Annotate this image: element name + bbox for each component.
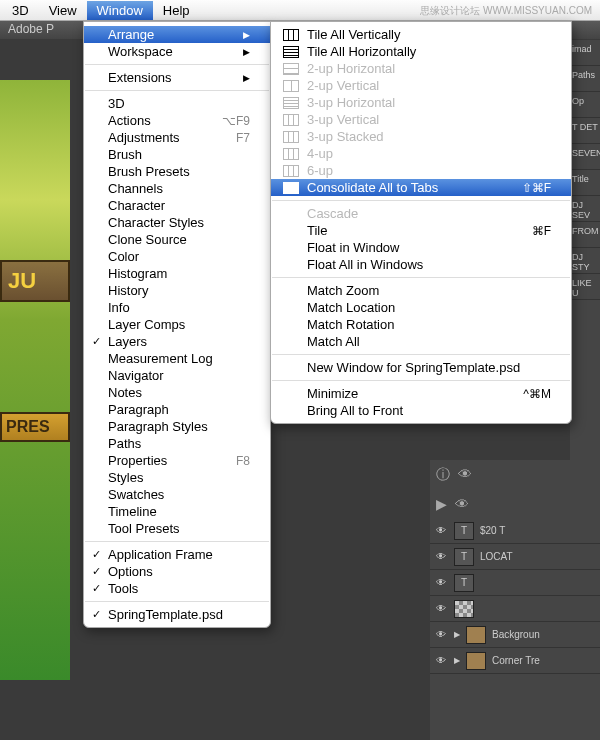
submenu-item-cascade: Cascade (271, 205, 571, 222)
panel-stub[interactable]: Paths (570, 66, 600, 92)
menu-item-styles[interactable]: Styles (84, 469, 270, 486)
menu-item-label: Layers (108, 334, 147, 349)
submenu-item-tile[interactable]: Tile⌘F (271, 222, 571, 239)
menu-separator (272, 380, 570, 381)
panel-stub[interactable]: SEVEN (570, 144, 600, 170)
submenu-item-tile-all-vertically[interactable]: Tile All Vertically (271, 26, 571, 43)
panel-stub[interactable]: DJ STY (570, 248, 600, 274)
layer-name: Corner Tre (492, 655, 540, 666)
panel-stub[interactable]: DJ SEV (570, 196, 600, 222)
menubar-item-help[interactable]: Help (153, 1, 200, 20)
menu-item-extensions[interactable]: Extensions (84, 69, 270, 86)
submenu-item-6-up: 6-up (271, 162, 571, 179)
layout-icon (283, 46, 299, 58)
window-menu: ArrangeWorkspaceExtensions3DActions⌥F9Ad… (83, 21, 271, 628)
submenu-item-new-window-for-springtemplate-psd[interactable]: New Window for SpringTemplate.psd (271, 359, 571, 376)
submenu-item-match-zoom[interactable]: Match Zoom (271, 282, 571, 299)
menu-item-measurement-log[interactable]: Measurement Log (84, 350, 270, 367)
layer-row[interactable]: 👁 (430, 596, 600, 622)
menu-item-histogram[interactable]: Histogram (84, 265, 270, 282)
submenu-item-float-all-in-windows[interactable]: Float All in Windows (271, 256, 571, 273)
submenu-item-minimize[interactable]: Minimize^⌘M (271, 385, 571, 402)
menu-item-label: Float All in Windows (307, 257, 423, 272)
menu-item-label: Tools (108, 581, 138, 596)
menu-shortcut: F7 (236, 131, 250, 145)
menu-item-application-frame[interactable]: Application Frame (84, 546, 270, 563)
visibility-icon[interactable]: 👁 (434, 551, 448, 562)
menu-item-springtemplate-psd[interactable]: SpringTemplate.psd (84, 606, 270, 623)
eye-icon[interactable]: 👁 (458, 466, 472, 484)
menu-item-paragraph[interactable]: Paragraph (84, 401, 270, 418)
menu-item-layer-comps[interactable]: Layer Comps (84, 316, 270, 333)
panel-stub[interactable]: T DET (570, 118, 600, 144)
menu-item-notes[interactable]: Notes (84, 384, 270, 401)
visibility-icon[interactable]: 👁 (434, 603, 448, 614)
expand-icon[interactable]: ▶ (454, 656, 460, 665)
menu-item-properties[interactable]: PropertiesF8 (84, 452, 270, 469)
layer-row[interactable]: 👁TLOCAT (430, 544, 600, 570)
submenu-item-match-all[interactable]: Match All (271, 333, 571, 350)
menu-item-3d[interactable]: 3D (84, 95, 270, 112)
menu-item-swatches[interactable]: Swatches (84, 486, 270, 503)
menu-item-workspace[interactable]: Workspace (84, 43, 270, 60)
panel-stub[interactable]: imad (570, 40, 600, 66)
layer-row[interactable]: 👁T (430, 570, 600, 596)
menu-item-info[interactable]: Info (84, 299, 270, 316)
menu-item-label: Arrange (108, 27, 154, 42)
visibility-icon[interactable]: 👁 (434, 577, 448, 588)
folder-icon (466, 626, 486, 644)
menu-item-tools[interactable]: Tools (84, 580, 270, 597)
menu-item-channels[interactable]: Channels (84, 180, 270, 197)
visibility-icon[interactable]: 👁 (434, 629, 448, 640)
menu-item-clone-source[interactable]: Clone Source (84, 231, 270, 248)
menu-item-color[interactable]: Color (84, 248, 270, 265)
menu-item-character[interactable]: Character (84, 197, 270, 214)
layer-row[interactable]: 👁▶Corner Tre (430, 648, 600, 674)
menu-item-paths[interactable]: Paths (84, 435, 270, 452)
menu-item-label: 3-up Horizontal (307, 95, 395, 110)
menu-item-label: Layer Comps (108, 317, 185, 332)
menu-item-label: Match Location (307, 300, 395, 315)
submenu-item-match-rotation[interactable]: Match Rotation (271, 316, 571, 333)
menu-item-character-styles[interactable]: Character Styles (84, 214, 270, 231)
menu-item-history[interactable]: History (84, 282, 270, 299)
menubar-item-3d[interactable]: 3D (2, 1, 39, 20)
menu-item-arrange[interactable]: Arrange (84, 26, 270, 43)
menu-item-paragraph-styles[interactable]: Paragraph Styles (84, 418, 270, 435)
panel-stub[interactable]: Op (570, 92, 600, 118)
menu-item-actions[interactable]: Actions⌥F9 (84, 112, 270, 129)
menu-item-options[interactable]: Options (84, 563, 270, 580)
layout-icon (283, 114, 299, 126)
menu-item-brush-presets[interactable]: Brush Presets (84, 163, 270, 180)
folder-icon (466, 652, 486, 670)
menu-item-adjustments[interactable]: AdjustmentsF7 (84, 129, 270, 146)
menu-item-label: Options (108, 564, 153, 579)
menu-item-timeline[interactable]: Timeline (84, 503, 270, 520)
eye-icon[interactable]: 👁 (455, 496, 469, 512)
panel-stub[interactable]: LIKE U (570, 274, 600, 300)
layer-row[interactable]: 👁T$20 T (430, 518, 600, 544)
submenu-item-4-up: 4-up (271, 145, 571, 162)
menu-item-label: Clone Source (108, 232, 187, 247)
play-icon[interactable]: ▶ (436, 496, 447, 512)
visibility-icon[interactable]: 👁 (434, 525, 448, 536)
panel-stub[interactable]: Title (570, 170, 600, 196)
menubar-item-window[interactable]: Window (87, 1, 153, 20)
menu-item-tool-presets[interactable]: Tool Presets (84, 520, 270, 537)
menu-item-layers[interactable]: Layers (84, 333, 270, 350)
layer-thumb: T (454, 574, 474, 592)
submenu-item-consolidate-all-to-tabs[interactable]: Consolidate All to Tabs⇧⌘F (271, 179, 571, 196)
expand-icon[interactable]: ▶ (454, 630, 460, 639)
layer-row[interactable]: 👁▶Backgroun (430, 622, 600, 648)
info-icon[interactable]: ⓘ (436, 466, 450, 484)
submenu-item-tile-all-horizontally[interactable]: Tile All Horizontally (271, 43, 571, 60)
submenu-item-match-location[interactable]: Match Location (271, 299, 571, 316)
submenu-item-float-in-window[interactable]: Float in Window (271, 239, 571, 256)
menu-item-navigator[interactable]: Navigator (84, 367, 270, 384)
submenu-item-bring-all-to-front[interactable]: Bring All to Front (271, 402, 571, 419)
panel-stub[interactable]: FROM (570, 222, 600, 248)
visibility-icon[interactable]: 👁 (434, 655, 448, 666)
layer-thumb: T (454, 548, 474, 566)
menu-item-brush[interactable]: Brush (84, 146, 270, 163)
menubar-item-view[interactable]: View (39, 1, 87, 20)
